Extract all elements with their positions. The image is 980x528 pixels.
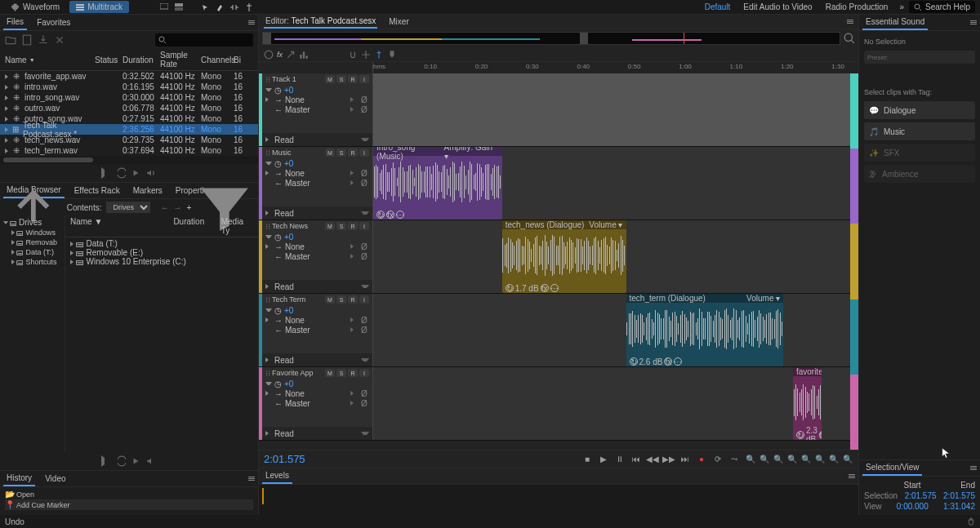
contents-dropdown[interactable]: Drives [106, 202, 150, 213]
loop-icon[interactable] [116, 167, 127, 179]
fx-icon[interactable]: fx [277, 51, 283, 59]
loop-button[interactable]: ⟳ [712, 454, 724, 465]
arm-button[interactable]: R [348, 295, 358, 304]
close-icon[interactable] [54, 34, 65, 46]
files-search-input[interactable] [155, 33, 253, 47]
slip-tool-icon[interactable] [230, 3, 238, 11]
expand-icon[interactable] [265, 244, 272, 249]
audio-clip[interactable]: Intro_song (Music)Amplify: Gain ▾ ↻fx⋯ [373, 147, 502, 220]
drive-item[interactable]: 🖴 Windows [10, 228, 63, 237]
solo-button[interactable]: S [336, 295, 346, 304]
tag-button-music[interactable]: 🎵Music [864, 122, 975, 140]
workspace-more-icon[interactable]: » [894, 2, 909, 11]
phase-icon[interactable]: Ø [361, 179, 369, 188]
track-name[interactable]: Favorite App [272, 369, 323, 377]
clip-fx-icon[interactable]: ⋯ [550, 284, 559, 292]
arm-button[interactable]: R [348, 149, 358, 157]
panel-menu-icon[interactable] [970, 466, 977, 470]
record-button[interactable]: ● [696, 454, 707, 465]
marker-tool-icon[interactable] [387, 50, 397, 60]
clip-fx-icon[interactable]: fx [541, 284, 549, 292]
go-end-button[interactable]: ⏭ [679, 454, 691, 465]
overview-scrollbar[interactable] [262, 32, 840, 45]
zoom-out-amp-icon[interactable]: 🔍 [786, 454, 798, 465]
tab-essential-sound[interactable]: Essential Sound [862, 15, 928, 30]
volume-knob-icon[interactable]: ◷ [274, 233, 282, 242]
col-duration[interactable]: Duration [173, 217, 220, 235]
tab-levels[interactable]: Levels [262, 468, 292, 484]
clip-fx-icon[interactable]: fx [386, 211, 394, 219]
current-time[interactable]: 2:01.575 [264, 453, 577, 465]
phase-icon[interactable]: Ø [361, 95, 369, 104]
panel-menu-icon[interactable] [849, 474, 855, 478]
view-start[interactable]: 0:00.000 [897, 502, 929, 511]
track-lane[interactable]: Intro_song (Music)Amplify: Gain ▾ ↻fx⋯ [373, 147, 850, 220]
panel-menu-icon[interactable] [847, 20, 853, 24]
clip-fx-icon[interactable]: ↻ [506, 284, 514, 292]
workspace-radio[interactable]: Radio Production [819, 1, 895, 13]
solo-button[interactable]: S [336, 222, 346, 230]
preset-dropdown[interactable]: Preset: [864, 51, 975, 64]
track-grip-icon[interactable]: ⁝⁝ [265, 369, 270, 378]
skip-button[interactable]: ⤳ [728, 454, 740, 465]
pause-button[interactable]: ⏸ [614, 454, 626, 465]
track-lane[interactable]: tech_news (Dialogue)Volume ▾ ↻1.7 dBfx⋯ [373, 220, 850, 293]
expand-icon[interactable] [265, 284, 272, 289]
clip-fx-icon[interactable]: ↻ [796, 431, 804, 439]
eq-icon[interactable] [299, 50, 309, 60]
content-item[interactable]: 🖴 Windows 10 Enterprise (C:) [70, 257, 253, 266]
track-lane[interactable] [373, 73, 850, 146]
tab-favorites[interactable]: Favorites [33, 16, 74, 29]
audio-clip[interactable]: favorite_app ↻2.3 dBfx⋯ [793, 367, 822, 440]
import-icon[interactable] [38, 34, 49, 46]
col-name[interactable]: Name ▼ [5, 51, 95, 69]
phase-icon[interactable]: Ø [361, 326, 369, 335]
phase-icon[interactable]: Ø [361, 316, 369, 325]
file-row[interactable]: ⁜intro.wav0:16.19544100 HzMono16 [0, 82, 258, 92]
track-vscroll[interactable] [850, 73, 858, 450]
content-item[interactable]: 🖴 Data (T:) [70, 239, 253, 248]
arm-button[interactable]: R [348, 369, 358, 377]
mute-button[interactable]: M [325, 75, 335, 83]
solo-button[interactable]: S [336, 75, 346, 83]
zoom-in-amp-icon[interactable]: 🔍 [773, 454, 784, 465]
track-grip-icon[interactable]: ⁝⁝ [265, 149, 270, 158]
play-icon[interactable] [101, 455, 113, 467]
nav-back-icon[interactable]: ← [160, 203, 168, 212]
play-button[interactable]: ▶ [598, 454, 609, 465]
snap-icon[interactable] [348, 50, 358, 60]
zoom-out-icon[interactable]: 🔍 [842, 454, 853, 465]
timeline-ruler[interactable]: hms0:100:200:300:400:501:001:101:201:30 [259, 62, 858, 73]
ripple-icon[interactable] [361, 50, 371, 60]
clip-fx-icon[interactable]: ⋯ [396, 211, 404, 219]
file-row[interactable]: ⁜intro_song.wav0:30.00044100 HzMono16 [0, 92, 258, 103]
track-lane[interactable]: favorite_app ↻2.3 dBfx⋯ [373, 367, 850, 440]
add-shortcut-icon[interactable]: + [186, 203, 191, 212]
mute-button[interactable]: M [325, 222, 335, 230]
phase-icon[interactable]: Ø [361, 389, 369, 398]
panel-menu-icon[interactable] [248, 477, 255, 481]
col-status[interactable]: Status [95, 51, 122, 69]
go-start-button[interactable]: ⏮ [630, 454, 642, 465]
loop-icon[interactable] [116, 455, 127, 467]
solo-button[interactable]: S [336, 149, 346, 157]
play-icon[interactable] [101, 167, 113, 179]
drive-item[interactable]: 🖴 Removab [10, 237, 63, 247]
sel-end[interactable]: 2:01.575 [943, 491, 975, 500]
expand-icon[interactable] [265, 431, 272, 436]
toggle-global-icon[interactable] [264, 50, 274, 60]
tab-editor[interactable]: Editor: Tech Talk Podcast.sesx [264, 15, 377, 29]
monitor-button[interactable]: I [359, 75, 369, 83]
audio-clip[interactable]: tech_news (Dialogue)Volume ▾ ↻1.7 dBfx⋯ [502, 220, 626, 293]
drive-item[interactable]: 🖴 Shortcuts [10, 257, 63, 267]
spectral-icon[interactable] [175, 3, 183, 11]
content-item[interactable]: 🖴 Removable (E:) [70, 248, 253, 257]
expand-icon[interactable] [265, 235, 272, 238]
expand-icon[interactable] [265, 382, 272, 385]
clip-fx-icon[interactable]: ⋯ [674, 357, 682, 366]
tab-selection-view[interactable]: Selection/View [862, 460, 922, 476]
phase-icon[interactable]: Ø [361, 242, 369, 251]
workspace-default[interactable]: Default [698, 1, 737, 13]
autoplay-icon[interactable] [131, 455, 142, 467]
track-grip-icon[interactable]: ⁝⁝ [265, 295, 270, 304]
